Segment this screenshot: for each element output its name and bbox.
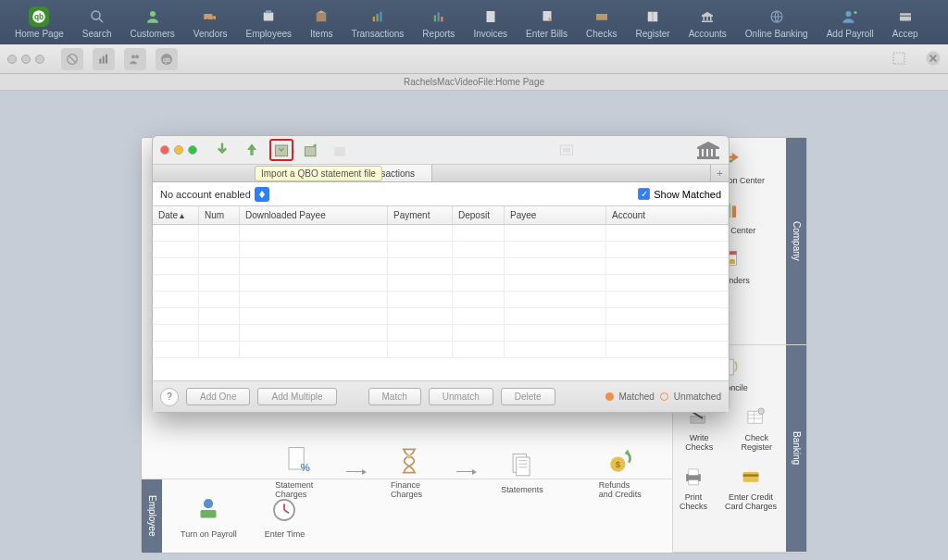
match-button[interactable]: Match: [368, 388, 421, 405]
banking-tab[interactable]: Banking: [786, 345, 806, 552]
enter-cc-charges[interactable]: Enter Credit Card Charges: [719, 464, 782, 512]
matched-dot-icon: [605, 392, 614, 401]
svg-rect-72: [697, 156, 719, 159]
nav-invoices[interactable]: Invoices: [464, 3, 517, 43]
add-one-button[interactable]: Add One: [186, 388, 250, 405]
nav-checks[interactable]: Checks: [577, 3, 626, 43]
payroll-icon: [191, 493, 226, 527]
nav-employees[interactable]: Employees: [237, 3, 301, 43]
svg-point-34: [135, 55, 139, 58]
col-account[interactable]: Account: [606, 206, 729, 224]
svg-rect-31: [103, 56, 105, 63]
table-row[interactable]: [153, 308, 729, 325]
svg-rect-71: [713, 149, 716, 156]
svg-rect-9: [266, 10, 271, 13]
enter-time[interactable]: Enter Time: [265, 493, 306, 539]
import-web-icon[interactable]: [299, 139, 323, 161]
nav-home-page[interactable]: qb Home Page: [6, 3, 73, 43]
expand-icon[interactable]: [891, 50, 907, 68]
table-row[interactable]: [153, 325, 729, 342]
statements-icon: [505, 449, 540, 482]
svg-point-56: [758, 408, 765, 415]
globe-icon: [767, 6, 787, 27]
import-qbo-button[interactable]: [269, 139, 293, 161]
col-downloaded-payee[interactable]: Downloaded Payee: [240, 206, 388, 224]
employee-tab[interactable]: Employee: [142, 479, 162, 553]
unmatch-button[interactable]: Unmatch: [429, 388, 493, 405]
svg-rect-50: [732, 205, 736, 218]
svg-text:$: $: [616, 459, 621, 469]
qb-tool-icon[interactable]: qb: [156, 48, 178, 70]
add-tab-button[interactable]: +: [710, 165, 729, 181]
download-green-icon[interactable]: [210, 139, 234, 161]
nav-online-banking[interactable]: Online Banking: [736, 3, 817, 43]
svg-rect-11: [373, 17, 375, 21]
print-checks[interactable]: Print Checks: [677, 464, 710, 512]
svg-rect-69: [704, 149, 706, 156]
col-payee[interactable]: Payee: [505, 206, 606, 224]
col-payment[interactable]: Payment: [388, 206, 453, 224]
col-date[interactable]: Date ▴: [153, 206, 199, 224]
nav-items[interactable]: Items: [301, 3, 342, 43]
svg-rect-15: [437, 12, 439, 21]
table-row[interactable]: [153, 275, 729, 292]
help-button[interactable]: ?: [160, 388, 179, 406]
svg-rect-65: [334, 147, 345, 156]
col-deposit[interactable]: Deposit: [453, 206, 505, 224]
table-row[interactable]: [153, 292, 729, 308]
dlwin-tabs: Downloaded Transactions +: [153, 164, 729, 182]
tool-center-icon[interactable]: [555, 139, 579, 161]
dlwin-traffic-lights[interactable]: [160, 145, 197, 155]
dlwin-titlebar[interactable]: [153, 136, 729, 164]
delete-button[interactable]: Delete: [501, 388, 555, 405]
nav-accept[interactable]: Accep: [883, 3, 928, 43]
svg-rect-22: [707, 17, 709, 21]
nav-enter-bills[interactable]: Enter Bills: [517, 3, 577, 43]
bank-icon[interactable]: [695, 140, 721, 160]
nav-search[interactable]: Search: [73, 3, 121, 43]
svg-rect-42: [517, 457, 530, 476]
table-row[interactable]: [153, 342, 729, 358]
col-num[interactable]: Num: [199, 206, 240, 224]
nav-customers[interactable]: Customers: [121, 3, 184, 43]
download-arrow-icon[interactable]: [240, 139, 264, 161]
disabled-tool-icon: [61, 48, 83, 70]
add-multiple-button[interactable]: Add Multiple: [257, 388, 336, 405]
table-row[interactable]: [153, 258, 729, 275]
document-percent-icon: %: [280, 444, 315, 478]
turn-on-payroll[interactable]: Turn on Payroll: [181, 493, 237, 539]
nav-transactions[interactable]: Transactions: [342, 3, 413, 43]
people-tool-icon[interactable]: [124, 48, 146, 70]
window-traffic-lights[interactable]: [7, 55, 44, 64]
nav-register[interactable]: Register: [626, 3, 679, 43]
nav-accounts[interactable]: Accounts: [680, 3, 736, 43]
svg-rect-17: [486, 11, 494, 22]
qb-logo-icon: qb: [29, 6, 49, 27]
svg-point-7: [212, 19, 215, 21]
close-icon[interactable]: [924, 49, 942, 69]
chart-tool-icon[interactable]: [93, 48, 115, 70]
badge-icon: [258, 6, 279, 27]
svg-rect-4: [204, 14, 212, 19]
checkbox-checked-icon: [638, 188, 650, 200]
account-select[interactable]: No account enabled: [160, 187, 269, 202]
svg-rect-28: [900, 15, 911, 17]
table-row[interactable]: [153, 242, 729, 258]
svg-rect-70: [708, 149, 711, 156]
show-matched-checkbox[interactable]: Show Matched: [638, 188, 721, 200]
svg-rect-58: [689, 469, 698, 476]
filter-row: No account enabled Show Matched: [153, 182, 729, 206]
svg-rect-27: [900, 13, 911, 20]
svg-rect-19: [596, 14, 607, 20]
truck-icon: [200, 6, 220, 27]
svg-rect-32: [106, 54, 107, 63]
company-tab[interactable]: Company: [786, 138, 806, 344]
tool-disabled-icon: [329, 139, 353, 161]
nav-reports[interactable]: Reports: [413, 3, 464, 43]
nav-vendors[interactable]: Vendors: [184, 3, 237, 43]
nav-add-payroll[interactable]: Add Payroll: [817, 3, 883, 43]
check-register[interactable]: Check Register: [730, 404, 782, 453]
svg-point-6: [206, 19, 209, 21]
table-row[interactable]: [153, 225, 729, 242]
svg-text:%: %: [300, 461, 310, 473]
